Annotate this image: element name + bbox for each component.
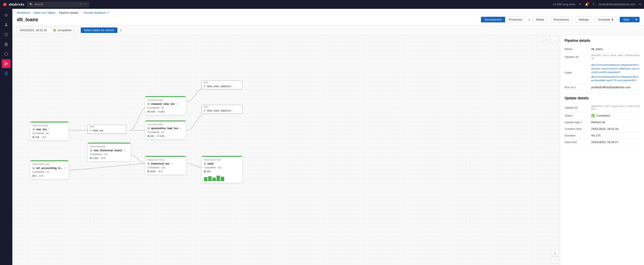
node-status-raw-historical: Completed · 11s bbox=[90, 153, 128, 156]
permissions-button[interactable]: Permissions bbox=[550, 16, 572, 22]
node-new-loan-balance-1[interactable]: View ⊞ new_loan_balance... bbox=[202, 80, 242, 89]
node-raw-historical[interactable]: Streaming table ⊞ raw_historical_loans ✓… bbox=[88, 142, 131, 162]
svg-point-5 bbox=[6, 23, 7, 24]
node-new-txs[interactable]: View ⊞ new_txs bbox=[88, 125, 126, 134]
node-new-loan-balance-2[interactable]: View ⊞ new_loan_balance... bbox=[202, 105, 242, 114]
detail-row-update-type: Update type ℹ Refresh all bbox=[564, 119, 640, 126]
metric1-raw-historical: 131K bbox=[90, 157, 98, 160]
node-metrics-cleaned: 9.4K 643 bbox=[148, 110, 184, 113]
node-title-row-quarantine: ⊞ quarantine_bad_txs ✓ bbox=[148, 126, 184, 130]
zoom-out-button[interactable]: − bbox=[552, 257, 558, 263]
node-title-row-raw-historical: ⊞ raw_historical_loans ✓ bbox=[90, 149, 128, 152]
sidebar-item-data[interactable] bbox=[2, 40, 10, 49]
node-check-raw-txs: ✓ bbox=[48, 128, 50, 131]
table-icon-historical-txs: ⊞ bbox=[148, 162, 150, 165]
start-button[interactable]: Start bbox=[620, 17, 633, 22]
node-metrics-raw-historical: 131K 0 bbox=[90, 157, 128, 160]
pipeline-details-title: Pipeline details bbox=[564, 39, 640, 43]
detail-label-name: Name bbox=[564, 47, 591, 51]
metric-dot2-quarantine bbox=[157, 135, 158, 137]
detail-value-paths: dbfs:/user/spark/databricks-dlt/pipeline… bbox=[591, 63, 640, 82]
view-name-new-txs: new_txs bbox=[93, 129, 104, 132]
topbar: databricks 🔍 Search ⌘ + P e1 5487-eng-us… bbox=[0, 0, 644, 9]
status-completed-icon: ✅ bbox=[591, 114, 595, 117]
mode-info-icon[interactable]: ℹ bbox=[529, 18, 530, 22]
bar2 bbox=[208, 176, 212, 181]
start-btn-group: Start ▼ bbox=[620, 17, 640, 22]
node-check-cleaned: ✓ bbox=[176, 102, 178, 106]
breadcrumb-workflows[interactable]: Workflows bbox=[17, 11, 30, 14]
node-title-row-ref-accounting: ⊞ ref_accounting_tr... ✓ bbox=[32, 166, 66, 170]
feedback-link[interactable]: Provide feedback ↗ bbox=[84, 11, 109, 14]
metric1-quarantine: 643 bbox=[148, 135, 154, 137]
sidebar-item-repos[interactable] bbox=[2, 69, 10, 78]
search-placeholder: Search bbox=[34, 3, 43, 6]
node-total[interactable]: Materialized view ⊞ total_ Completed · 1… bbox=[202, 156, 242, 183]
metric2-raw-historical: 0 bbox=[101, 157, 105, 160]
zoom-in-button[interactable]: + bbox=[552, 250, 558, 256]
delete-button[interactable]: Delete bbox=[532, 16, 548, 22]
view-body-new-txs: ⊞ new_txs bbox=[88, 128, 126, 134]
path-link-1[interactable]: dbfs:/user/spark/databricks-dlt/pipeline… bbox=[591, 63, 640, 74]
sidebar-item-compute[interactable] bbox=[2, 50, 10, 58]
detail-label-duration: Duration bbox=[564, 134, 591, 137]
view-name-nlb1: new_loan_balance... bbox=[207, 84, 233, 88]
node-status-raw-txs: Completed · 6s bbox=[32, 132, 66, 134]
detail-value-update-id: a8d4f5e1·f627·4ea4·8a41·c7b47f5c0b23 bbox=[591, 105, 640, 110]
metric-dot2-historical-txs bbox=[158, 170, 160, 172]
detail-label-paths: Paths bbox=[564, 63, 591, 82]
canvas-expand-button[interactable]: ⤢ bbox=[543, 37, 549, 43]
pipeline-canvas[interactable]: Streaming table ⊞ raw_txs ✓ Completed · … bbox=[12, 35, 560, 265]
update-type-info-icon[interactable]: ℹ bbox=[581, 120, 582, 124]
path-link-2[interactable]: dbfs:/user/spark/databricks-dlt/pipeline… bbox=[591, 75, 640, 82]
sidebar-item-recents[interactable] bbox=[2, 30, 10, 39]
node-name-cleaned: cleaned_new_txs bbox=[151, 102, 175, 106]
detail-value-start-time: 24/01/2023, 18:34:17 bbox=[591, 140, 640, 144]
table-icon-raw-txs: ⊞ bbox=[32, 128, 35, 131]
detail-label-creation-time: Creation time bbox=[564, 127, 591, 130]
node-cleaned-new-txs[interactable]: Streaming table ⊞ cleaned_new_txs ✓ Comp… bbox=[145, 96, 186, 115]
node-metrics-historical-txs: 262K 0 bbox=[148, 170, 184, 173]
sidebar-item-workflows[interactable] bbox=[2, 59, 10, 68]
view-label-nlb2: View bbox=[202, 105, 242, 108]
breadcrumb-dlt[interactable]: Delta Live Tables bbox=[34, 11, 56, 14]
node-status-total: Completed · 11s bbox=[204, 166, 240, 169]
metric2-label-cleaned: 643 bbox=[160, 110, 164, 113]
metric-dot1-ref-accounting bbox=[32, 175, 34, 177]
mode-dev-button[interactable]: Development bbox=[481, 17, 505, 22]
metric2-label-historical-txs: 0 bbox=[161, 170, 162, 173]
node-body-raw-historical: Streaming table ⊞ raw_historical_loans ✓… bbox=[88, 144, 130, 161]
run-as-info-icon[interactable]: ℹ bbox=[574, 86, 576, 89]
notification-icon[interactable]: 🔔 1 bbox=[585, 3, 588, 6]
start-dropdown-button[interactable]: ▼ bbox=[633, 17, 640, 22]
metric2-cleaned: 643 bbox=[158, 110, 164, 113]
metric-dot1-total bbox=[204, 170, 206, 172]
status-label: Completed bbox=[58, 28, 72, 32]
settings-button[interactable]: Settings bbox=[575, 16, 592, 22]
sidebar-item-workspace[interactable] bbox=[2, 20, 10, 29]
search-bar[interactable]: 🔍 Search ⌘ + P bbox=[27, 2, 89, 7]
metric2-historical-txs: 0 bbox=[158, 170, 162, 173]
status-dropdown[interactable]: 24/01/2023, 18:31:16 · ✅ Completed ▼ bbox=[17, 27, 78, 33]
node-raw-txs[interactable]: Streaming table ⊞ raw_txs ✓ Completed · … bbox=[30, 122, 69, 140]
select-tables-refresh-button[interactable]: Select tables for refresh bbox=[81, 28, 117, 33]
mode-toggle[interactable]: Development Production bbox=[481, 16, 526, 22]
help-icon[interactable]: ❓ bbox=[592, 3, 595, 6]
node-title-row-historical-txs: ⊞ historical_txs ✓ bbox=[148, 162, 184, 165]
node-check-ref-accounting: ✓ bbox=[64, 166, 66, 170]
view-icon-nlb1: ⊞ bbox=[204, 85, 206, 88]
schedule-button[interactable]: Schedule ▼ bbox=[595, 16, 617, 22]
main-layout: ⊞ Workflows › Delta Live Tables › bbox=[0, 9, 644, 265]
node-quarantine[interactable]: Streaming table ⊞ quarantine_bad_txs ✓ C… bbox=[145, 120, 186, 139]
svg-rect-9 bbox=[5, 45, 8, 46]
detail-row-status: Status ✅ Completed bbox=[564, 112, 640, 119]
mode-prod-button[interactable]: Production bbox=[505, 17, 526, 22]
node-historical-txs[interactable]: Materialized view ⊞ historical_txs ✓ Com… bbox=[145, 156, 186, 175]
toolbar-help-icon[interactable]: ℹ bbox=[120, 28, 121, 32]
metric-dot2-ref-accounting bbox=[39, 175, 41, 177]
detail-label-start-time: Start time bbox=[564, 140, 591, 144]
node-name-quarantine: quarantine_bad_txs bbox=[151, 126, 178, 130]
node-ref-accounting[interactable]: Materialized view ⊞ ref_accounting_tr...… bbox=[30, 160, 69, 179]
canvas-collapse-button[interactable]: › bbox=[552, 37, 558, 43]
sidebar-item-home[interactable]: ⊞ bbox=[2, 10, 10, 20]
